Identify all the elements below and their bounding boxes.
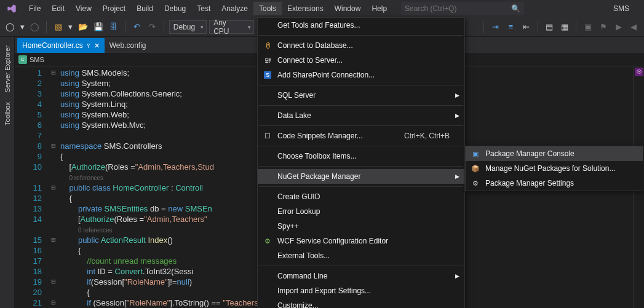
menu-item-connect-to-database[interactable]: 🛢Connect to Database... (258, 38, 464, 53)
menu-item-label: Data Lake (277, 111, 311, 120)
menu-debug[interactable]: Debug (159, 2, 191, 15)
menu-item-add-sharepoint-connection[interactable]: SAdd SharePoint Connection... (258, 68, 464, 82)
vs-logo-icon (5, 2, 18, 15)
gear-icon: ⚙ (471, 178, 480, 188)
new-split[interactable]: ▾ (67, 20, 74, 34)
menu-item-wcf-service-configuration-editor[interactable]: ⚙WCF Service Configuration Editor (258, 234, 464, 248)
file-tab-label: Web.config (109, 41, 146, 50)
nuget-submenu: ▣Package Manager Console📦Manage NuGet Pa… (465, 146, 643, 191)
menu-item-label: Add SharePoint Connection... (277, 71, 375, 79)
server-explorer-tab[interactable]: Server Explorer (2, 41, 12, 97)
csharp-project-icon: C (18, 55, 27, 64)
format-icon[interactable]: ▦ (559, 20, 571, 34)
next-icon: ▶ (612, 20, 625, 34)
menu-build[interactable]: Build (131, 2, 159, 15)
left-tool-tabs: Server Explorer Toolbox (0, 37, 15, 308)
platform-select[interactable]: Any CPU (209, 20, 254, 34)
submenu-arrow-icon: ▶ (455, 173, 459, 180)
menu-item-choose-toolbox-items[interactable]: Choose Toolbox Items... (258, 149, 464, 164)
shortcut-label: Ctrl+K, Ctrl+B (404, 132, 450, 140)
nav-back-split[interactable]: ▾ (19, 20, 26, 34)
indent-icon[interactable]: ⇤ (520, 20, 533, 34)
search-input[interactable] (405, 4, 520, 13)
menu-item-label: Manage NuGet Packages for Solution... (485, 164, 615, 173)
menu-view[interactable]: View (70, 2, 97, 15)
menu-item-external-tools[interactable]: External Tools... (258, 248, 464, 263)
menu-test[interactable]: Test (191, 2, 216, 15)
menu-analyze[interactable]: Analyze (216, 2, 253, 15)
menu-item-label: WCF Service Configuration Editor (277, 237, 388, 245)
outdent-icon[interactable]: ▤ (543, 20, 556, 34)
solution-title: SMS (613, 4, 629, 13)
fold-margin[interactable]: ⊟⊟⊟⊟⊟⊟ (49, 66, 58, 308)
wcf-icon: ⚙ (263, 236, 272, 246)
close-icon[interactable]: ✕ (94, 42, 100, 50)
new-project-button[interactable]: ▧ (52, 20, 65, 34)
tools-menu: Get Tools and Features...🛢Connect to Dat… (257, 17, 465, 308)
nav-back-button[interactable]: ◯ (4, 20, 17, 34)
submenu-arrow-icon: ▶ (455, 92, 459, 98)
line-number-gutter: 1234567891011121314151617181920212223 (15, 66, 49, 308)
snip-icon: ☐ (263, 131, 272, 141)
menu-item-label: Connect to Server... (277, 56, 343, 65)
menu-item-error-lookup[interactable]: Error Lookup (258, 204, 464, 219)
toolbox-tab[interactable]: Toolbox (2, 97, 12, 130)
menu-item-label: NuGet Package Manager (277, 172, 360, 181)
step-into-icon[interactable]: ⇥ (489, 20, 502, 34)
menu-item-data-lake[interactable]: Data Lake▶ (258, 108, 464, 123)
menu-tools[interactable]: Tools (253, 2, 282, 15)
menu-window[interactable]: Window (329, 2, 367, 15)
menu-item-import-and-export-settings[interactable]: Import and Export Settings... (258, 283, 464, 298)
submenu-arrow-icon: ▶ (455, 273, 459, 279)
bookmark-icon: ▣ (581, 20, 594, 34)
menu-item-get-tools-and-features[interactable]: Get Tools and Features... (258, 18, 464, 33)
menu-item-label: Package Manager Settings (485, 179, 574, 188)
sp-icon: S (263, 70, 272, 80)
redo-button: ↷ (146, 20, 159, 34)
open-file-button[interactable]: 📂 (76, 20, 89, 34)
menu-edit[interactable]: Edit (46, 2, 70, 15)
pin-icon[interactable]: ⫯ (87, 42, 90, 49)
crumb-project: SMS (30, 56, 44, 63)
tab-webconfig[interactable]: Web.config (105, 38, 151, 53)
console-icon: ▣ (471, 149, 480, 159)
menu-item-manage-nuget-packages-for-solution[interactable]: 📦Manage NuGet Packages for Solution... (466, 161, 643, 176)
menu-item-label: Error Lookup (277, 207, 320, 216)
menu-item-label: Package Manager Console (485, 149, 574, 158)
menu-item-connect-to-server[interactable]: 🖳Connect to Server... (258, 53, 464, 68)
menu-item-customize[interactable]: Customize... (258, 298, 464, 308)
db-icon: 🛢 (263, 41, 272, 50)
prev-icon: ◀ (627, 20, 640, 34)
config-select[interactable]: Debug (169, 20, 207, 34)
menu-item-label: Get Tools and Features... (277, 21, 360, 30)
menu-help[interactable]: Help (366, 2, 392, 15)
nav-fwd-button: ◯ (28, 20, 41, 34)
menu-item-label: Choose Toolbox Items... (277, 152, 357, 160)
menu-item-sql-server[interactable]: SQL Server▶ (258, 88, 464, 103)
save-all-button[interactable]: 🗄 (107, 20, 120, 34)
menu-item-label: Code Snippets Manager... (277, 132, 363, 140)
quick-launch-search[interactable]: 🔍 (401, 2, 524, 15)
tab-homecontroller[interactable]: HomeController.cs ⫯ ✕ (17, 38, 105, 53)
menu-file[interactable]: File (23, 2, 46, 15)
menu-item-create-guid[interactable]: Create GUID (258, 189, 464, 204)
list-icon[interactable]: ≡ (504, 20, 517, 34)
menu-item-label: Command Line (277, 272, 327, 280)
menu-item-spy[interactable]: Spy++ (258, 219, 464, 234)
menu-project[interactable]: Project (97, 2, 131, 15)
menu-item-label: External Tools... (277, 251, 330, 260)
menu-item-label: Customize... (277, 301, 319, 308)
live-share-icon[interactable]: ☉ (635, 68, 643, 76)
save-button[interactable]: 💾 (92, 20, 105, 34)
menu-item-label: Create GUID (277, 192, 320, 201)
menu-item-package-manager-console[interactable]: ▣Package Manager Console (466, 146, 643, 161)
menu-item-code-snippets-manager[interactable]: ☐Code Snippets Manager...Ctrl+K, Ctrl+B (258, 128, 464, 143)
menu-item-label: Spy++ (277, 222, 299, 231)
menu-item-package-manager-settings[interactable]: ⚙Package Manager Settings (466, 176, 643, 191)
menu-item-nuget-package-manager[interactable]: NuGet Package Manager▶ (258, 169, 464, 184)
file-tab-label: HomeController.cs (22, 41, 83, 50)
undo-button[interactable]: ↶ (130, 20, 143, 34)
menu-item-command-line[interactable]: Command Line▶ (258, 269, 464, 283)
menu-extensions[interactable]: Extensions (282, 2, 329, 15)
flag-icon: ⚑ (597, 20, 610, 34)
